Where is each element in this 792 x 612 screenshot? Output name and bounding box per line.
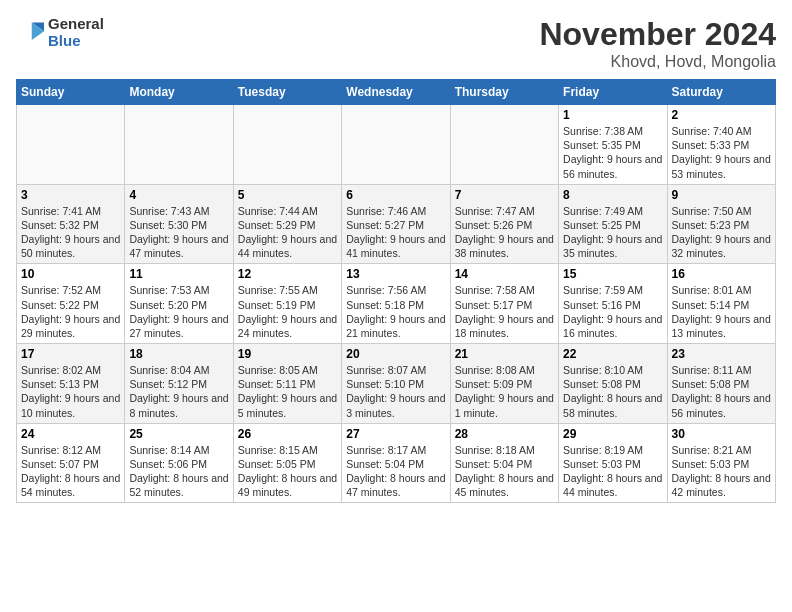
week-row-1: 1Sunrise: 7:38 AM Sunset: 5:35 PM Daylig… (17, 105, 776, 185)
calendar-body: 1Sunrise: 7:38 AM Sunset: 5:35 PM Daylig… (17, 105, 776, 503)
calendar-table: SundayMondayTuesdayWednesdayThursdayFrid… (16, 79, 776, 503)
day-number: 5 (238, 188, 337, 202)
weekday-header-monday: Monday (125, 80, 233, 105)
day-info: Sunrise: 8:19 AM Sunset: 5:03 PM Dayligh… (563, 443, 662, 500)
calendar-cell: 25Sunrise: 8:14 AM Sunset: 5:06 PM Dayli… (125, 423, 233, 503)
calendar-cell: 27Sunrise: 8:17 AM Sunset: 5:04 PM Dayli… (342, 423, 450, 503)
calendar-cell: 17Sunrise: 8:02 AM Sunset: 5:13 PM Dayli… (17, 344, 125, 424)
calendar-cell: 1Sunrise: 7:38 AM Sunset: 5:35 PM Daylig… (559, 105, 667, 185)
day-number: 18 (129, 347, 228, 361)
calendar-cell: 23Sunrise: 8:11 AM Sunset: 5:08 PM Dayli… (667, 344, 775, 424)
week-row-5: 24Sunrise: 8:12 AM Sunset: 5:07 PM Dayli… (17, 423, 776, 503)
calendar-cell: 12Sunrise: 7:55 AM Sunset: 5:19 PM Dayli… (233, 264, 341, 344)
day-number: 9 (672, 188, 771, 202)
day-info: Sunrise: 8:04 AM Sunset: 5:12 PM Dayligh… (129, 363, 228, 420)
day-number: 20 (346, 347, 445, 361)
day-info: Sunrise: 7:58 AM Sunset: 5:17 PM Dayligh… (455, 283, 554, 340)
week-row-4: 17Sunrise: 8:02 AM Sunset: 5:13 PM Dayli… (17, 344, 776, 424)
day-info: Sunrise: 7:46 AM Sunset: 5:27 PM Dayligh… (346, 204, 445, 261)
day-info: Sunrise: 7:52 AM Sunset: 5:22 PM Dayligh… (21, 283, 120, 340)
day-info: Sunrise: 8:02 AM Sunset: 5:13 PM Dayligh… (21, 363, 120, 420)
weekday-header-tuesday: Tuesday (233, 80, 341, 105)
logo: General Blue (16, 16, 104, 49)
calendar-cell: 24Sunrise: 8:12 AM Sunset: 5:07 PM Dayli… (17, 423, 125, 503)
day-number: 2 (672, 108, 771, 122)
calendar-cell: 16Sunrise: 8:01 AM Sunset: 5:14 PM Dayli… (667, 264, 775, 344)
day-number: 27 (346, 427, 445, 441)
calendar-cell: 8Sunrise: 7:49 AM Sunset: 5:25 PM Daylig… (559, 184, 667, 264)
weekday-header-thursday: Thursday (450, 80, 558, 105)
day-info: Sunrise: 7:53 AM Sunset: 5:20 PM Dayligh… (129, 283, 228, 340)
day-info: Sunrise: 7:55 AM Sunset: 5:19 PM Dayligh… (238, 283, 337, 340)
day-number: 3 (21, 188, 120, 202)
day-info: Sunrise: 8:07 AM Sunset: 5:10 PM Dayligh… (346, 363, 445, 420)
weekday-header-saturday: Saturday (667, 80, 775, 105)
weekday-header-friday: Friday (559, 80, 667, 105)
day-info: Sunrise: 7:56 AM Sunset: 5:18 PM Dayligh… (346, 283, 445, 340)
calendar-subtitle: Khovd, Hovd, Mongolia (539, 53, 776, 71)
calendar-cell: 5Sunrise: 7:44 AM Sunset: 5:29 PM Daylig… (233, 184, 341, 264)
day-number: 13 (346, 267, 445, 281)
day-number: 21 (455, 347, 554, 361)
day-info: Sunrise: 7:38 AM Sunset: 5:35 PM Dayligh… (563, 124, 662, 181)
day-info: Sunrise: 8:01 AM Sunset: 5:14 PM Dayligh… (672, 283, 771, 340)
day-info: Sunrise: 8:10 AM Sunset: 5:08 PM Dayligh… (563, 363, 662, 420)
page-header: General Blue November 2024 Khovd, Hovd, … (16, 16, 776, 71)
day-info: Sunrise: 8:15 AM Sunset: 5:05 PM Dayligh… (238, 443, 337, 500)
weekday-row: SundayMondayTuesdayWednesdayThursdayFrid… (17, 80, 776, 105)
day-number: 1 (563, 108, 662, 122)
day-info: Sunrise: 7:40 AM Sunset: 5:33 PM Dayligh… (672, 124, 771, 181)
day-number: 24 (21, 427, 120, 441)
calendar-cell: 28Sunrise: 8:18 AM Sunset: 5:04 PM Dayli… (450, 423, 558, 503)
calendar-cell: 22Sunrise: 8:10 AM Sunset: 5:08 PM Dayli… (559, 344, 667, 424)
day-info: Sunrise: 7:41 AM Sunset: 5:32 PM Dayligh… (21, 204, 120, 261)
calendar-cell: 2Sunrise: 7:40 AM Sunset: 5:33 PM Daylig… (667, 105, 775, 185)
day-number: 15 (563, 267, 662, 281)
day-number: 4 (129, 188, 228, 202)
calendar-cell: 21Sunrise: 8:08 AM Sunset: 5:09 PM Dayli… (450, 344, 558, 424)
calendar-cell: 6Sunrise: 7:46 AM Sunset: 5:27 PM Daylig… (342, 184, 450, 264)
calendar-cell (17, 105, 125, 185)
day-info: Sunrise: 8:14 AM Sunset: 5:06 PM Dayligh… (129, 443, 228, 500)
calendar-cell: 26Sunrise: 8:15 AM Sunset: 5:05 PM Dayli… (233, 423, 341, 503)
week-row-3: 10Sunrise: 7:52 AM Sunset: 5:22 PM Dayli… (17, 264, 776, 344)
day-info: Sunrise: 7:43 AM Sunset: 5:30 PM Dayligh… (129, 204, 228, 261)
calendar-cell: 19Sunrise: 8:05 AM Sunset: 5:11 PM Dayli… (233, 344, 341, 424)
day-number: 22 (563, 347, 662, 361)
week-row-2: 3Sunrise: 7:41 AM Sunset: 5:32 PM Daylig… (17, 184, 776, 264)
calendar-cell (342, 105, 450, 185)
title-block: November 2024 Khovd, Hovd, Mongolia (539, 16, 776, 71)
day-number: 14 (455, 267, 554, 281)
day-number: 11 (129, 267, 228, 281)
calendar-cell: 15Sunrise: 7:59 AM Sunset: 5:16 PM Dayli… (559, 264, 667, 344)
calendar-cell: 18Sunrise: 8:04 AM Sunset: 5:12 PM Dayli… (125, 344, 233, 424)
day-info: Sunrise: 7:50 AM Sunset: 5:23 PM Dayligh… (672, 204, 771, 261)
calendar-cell: 9Sunrise: 7:50 AM Sunset: 5:23 PM Daylig… (667, 184, 775, 264)
logo-line1: General (48, 16, 104, 33)
day-info: Sunrise: 7:49 AM Sunset: 5:25 PM Dayligh… (563, 204, 662, 261)
calendar-cell: 14Sunrise: 7:58 AM Sunset: 5:17 PM Dayli… (450, 264, 558, 344)
day-info: Sunrise: 8:12 AM Sunset: 5:07 PM Dayligh… (21, 443, 120, 500)
day-number: 30 (672, 427, 771, 441)
day-number: 16 (672, 267, 771, 281)
day-number: 26 (238, 427, 337, 441)
logo-line2: Blue (48, 33, 104, 50)
day-info: Sunrise: 8:17 AM Sunset: 5:04 PM Dayligh… (346, 443, 445, 500)
calendar-header: SundayMondayTuesdayWednesdayThursdayFrid… (17, 80, 776, 105)
calendar-cell (450, 105, 558, 185)
calendar-cell: 29Sunrise: 8:19 AM Sunset: 5:03 PM Dayli… (559, 423, 667, 503)
day-number: 17 (21, 347, 120, 361)
calendar-cell: 4Sunrise: 7:43 AM Sunset: 5:30 PM Daylig… (125, 184, 233, 264)
calendar-cell: 10Sunrise: 7:52 AM Sunset: 5:22 PM Dayli… (17, 264, 125, 344)
day-info: Sunrise: 7:59 AM Sunset: 5:16 PM Dayligh… (563, 283, 662, 340)
day-number: 8 (563, 188, 662, 202)
calendar-cell: 11Sunrise: 7:53 AM Sunset: 5:20 PM Dayli… (125, 264, 233, 344)
calendar-title: November 2024 (539, 16, 776, 53)
day-number: 29 (563, 427, 662, 441)
day-number: 19 (238, 347, 337, 361)
day-number: 25 (129, 427, 228, 441)
day-info: Sunrise: 8:08 AM Sunset: 5:09 PM Dayligh… (455, 363, 554, 420)
calendar-cell: 7Sunrise: 7:47 AM Sunset: 5:26 PM Daylig… (450, 184, 558, 264)
day-number: 28 (455, 427, 554, 441)
calendar-cell: 3Sunrise: 7:41 AM Sunset: 5:32 PM Daylig… (17, 184, 125, 264)
